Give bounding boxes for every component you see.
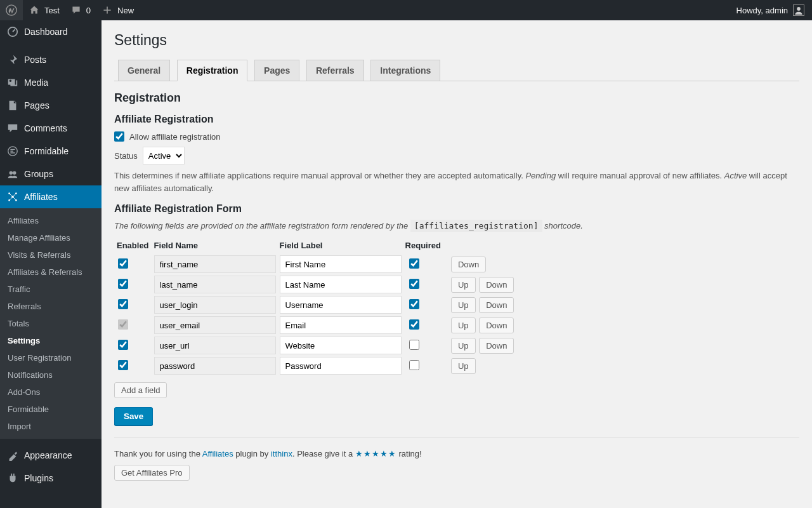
menu-comments[interactable]: Comments: [0, 117, 102, 140]
submenu-affiliates[interactable]: Affiliates: [0, 212, 102, 229]
nav-tabs: General Registration Pages Referrals Int…: [114, 59, 799, 81]
field-label-input[interactable]: [280, 255, 402, 273]
get-pro-button[interactable]: Get Affiliates Pro: [114, 465, 190, 481]
menu-appearance[interactable]: Appearance: [0, 444, 102, 467]
required-checkbox[interactable]: [409, 258, 419, 269]
wp-logo[interactable]: [0, 0, 23, 20]
save-button[interactable]: Save: [114, 407, 153, 425]
enabled-checkbox[interactable]: [118, 360, 128, 370]
tab-registration[interactable]: Registration: [177, 60, 248, 81]
comments-count: 0: [86, 6, 91, 15]
fields-table: Enabled Field Name Field Label Required …: [114, 237, 518, 376]
menu-groups[interactable]: Groups: [0, 163, 102, 185]
submenu-totals[interactable]: Totals: [0, 315, 102, 332]
up-button[interactable]: Up: [451, 358, 476, 374]
submenu-user-reg[interactable]: User Registration: [0, 349, 102, 366]
th-required: Required: [405, 237, 446, 254]
affiliates-link[interactable]: Affiliates: [202, 449, 233, 458]
submenu-visits[interactable]: Visits & Referrals: [0, 246, 102, 264]
section-registration: Registration: [114, 91, 799, 105]
field-name-input[interactable]: [154, 357, 276, 375]
enabled-checkbox[interactable]: [118, 319, 128, 330]
th-label: Field Label: [280, 237, 405, 254]
up-button[interactable]: Up: [451, 277, 476, 293]
required-checkbox[interactable]: [409, 299, 419, 309]
required-checkbox[interactable]: [409, 340, 419, 350]
submenu-settings[interactable]: Settings: [0, 332, 102, 349]
th-enabled: Enabled: [114, 237, 154, 254]
submenu-addons[interactable]: Add-Ons: [0, 384, 102, 401]
allow-registration-checkbox[interactable]: [114, 131, 124, 142]
down-button[interactable]: Down: [479, 297, 514, 313]
avatar[interactable]: [793, 4, 804, 16]
submenu-aff-ref[interactable]: Affiliates & Referrals: [0, 264, 102, 281]
enabled-checkbox[interactable]: [118, 258, 128, 269]
field-name-input[interactable]: [154, 296, 276, 314]
up-button[interactable]: Up: [451, 297, 476, 313]
down-button[interactable]: Down: [479, 277, 514, 293]
menu-label: Groups: [24, 169, 53, 179]
submenu-notifications[interactable]: Notifications: [0, 366, 102, 384]
tab-pages[interactable]: Pages: [254, 60, 299, 81]
menu-pages[interactable]: Pages: [0, 94, 102, 117]
required-checkbox[interactable]: [409, 360, 419, 370]
enabled-checkbox[interactable]: [118, 279, 128, 289]
field-name-input[interactable]: [154, 276, 276, 293]
down-button[interactable]: Down: [479, 338, 514, 354]
home-icon: [28, 4, 41, 17]
author-link[interactable]: itthinx: [271, 449, 292, 458]
down-button[interactable]: Down: [451, 257, 486, 272]
new-content[interactable]: New: [96, 0, 139, 20]
tab-general[interactable]: General: [118, 60, 170, 81]
submenu-import[interactable]: Import: [0, 418, 102, 435]
menu-media[interactable]: Media: [0, 71, 102, 94]
affiliates-icon: [6, 190, 19, 203]
menu-label: Appearance: [24, 450, 72, 460]
tab-integrations[interactable]: Integrations: [370, 60, 440, 81]
rating-stars[interactable]: ★★★★★: [355, 449, 396, 458]
menu-plugins[interactable]: Plugins: [0, 467, 102, 490]
field-name-input[interactable]: [154, 316, 276, 334]
field-label-input[interactable]: [280, 296, 402, 314]
site-name[interactable]: Test: [23, 0, 65, 20]
submenu-traffic[interactable]: Traffic: [0, 281, 102, 298]
page-icon: [6, 99, 19, 112]
section-form: Affiliate Registration Form: [114, 203, 799, 215]
menu-label: Comments: [24, 123, 67, 133]
menu-label: Dashboard: [24, 27, 68, 37]
status-label: Status: [114, 151, 138, 161]
menu-formidable[interactable]: Formidable: [0, 140, 102, 163]
menu-dashboard[interactable]: Dashboard: [0, 20, 102, 43]
submenu-referrals[interactable]: Referrals: [0, 298, 102, 315]
menu-affiliates[interactable]: Affiliates: [0, 185, 102, 208]
field-label-input[interactable]: [280, 337, 402, 354]
affiliates-submenu: Affiliates Manage Affiliates Visits & Re…: [0, 208, 102, 439]
enabled-checkbox[interactable]: [118, 299, 128, 309]
comments-link[interactable]: 0: [65, 0, 96, 20]
add-field-button[interactable]: Add a field: [114, 382, 167, 398]
new-label: New: [117, 6, 134, 15]
field-label-input[interactable]: [280, 316, 402, 334]
required-checkbox[interactable]: [409, 319, 419, 330]
field-label-input[interactable]: [280, 276, 402, 293]
enabled-checkbox[interactable]: [118, 340, 128, 350]
field-name-input[interactable]: [154, 337, 276, 354]
table-row: Up Down: [114, 315, 518, 335]
down-button[interactable]: Down: [479, 318, 514, 333]
wordpress-icon: [5, 4, 18, 17]
menu-posts[interactable]: Posts: [0, 48, 102, 71]
groups-icon: [6, 168, 19, 180]
site-name-label: Test: [44, 6, 60, 15]
tab-referrals[interactable]: Referrals: [306, 60, 364, 81]
howdy-text[interactable]: Howdy, admin: [737, 6, 788, 15]
submenu-manage[interactable]: Manage Affiliates: [0, 229, 102, 246]
up-button[interactable]: Up: [451, 338, 476, 354]
submenu-formidable[interactable]: Formidable: [0, 401, 102, 418]
up-button[interactable]: Up: [451, 318, 476, 333]
required-checkbox[interactable]: [409, 279, 419, 289]
formidable-icon: [6, 145, 19, 157]
comment-icon: [70, 4, 82, 17]
field-label-input[interactable]: [280, 357, 402, 375]
field-name-input[interactable]: [154, 255, 276, 273]
status-select[interactable]: Active: [143, 147, 185, 164]
